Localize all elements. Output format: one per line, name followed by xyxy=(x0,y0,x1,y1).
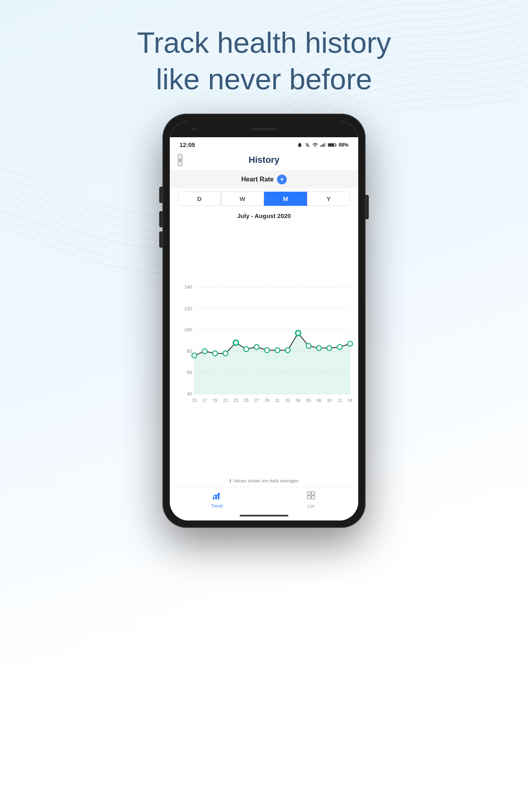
svg-text:14: 14 xyxy=(348,398,353,403)
data-point-7 xyxy=(264,348,269,352)
data-point-3 xyxy=(223,351,228,356)
hero-title: Track health history like never before xyxy=(0,24,528,97)
signal-icon xyxy=(320,142,326,148)
page-title: History xyxy=(249,155,279,165)
nav-list[interactable]: List xyxy=(264,490,358,508)
chart-area: 140 120 100 80 60 40 15 17 19 21 23 25 xyxy=(174,221,354,476)
data-point-14 xyxy=(337,345,342,350)
svg-text:40: 40 xyxy=(187,391,192,396)
data-point-13 xyxy=(327,346,332,350)
data-point-12 xyxy=(316,346,321,350)
home-bar xyxy=(240,515,288,516)
battery-percent: 88% xyxy=(339,142,348,148)
phone-screen: 12:05 xyxy=(170,121,358,520)
svg-marker-53 xyxy=(194,333,350,394)
svg-rect-2 xyxy=(321,145,322,147)
info-icon: ℹ xyxy=(229,478,232,484)
svg-rect-60 xyxy=(312,496,315,499)
data-point-15 xyxy=(348,341,353,346)
svg-rect-57 xyxy=(307,492,311,495)
app-header: ‹ History xyxy=(170,150,358,171)
svg-text:04: 04 xyxy=(296,398,301,403)
svg-text:10: 10 xyxy=(327,398,332,403)
status-time: 12:05 xyxy=(180,141,195,148)
svg-rect-7 xyxy=(335,144,336,145)
phone-body: 12:05 xyxy=(162,114,366,528)
hero-section: Track health history like never before xyxy=(0,24,528,97)
bottom-nav: Trend List xyxy=(170,487,358,512)
camera xyxy=(192,127,196,131)
svg-rect-56 xyxy=(218,493,219,499)
svg-text:21: 21 xyxy=(223,398,228,403)
svg-text:17: 17 xyxy=(202,398,207,403)
speaker xyxy=(252,128,276,130)
svg-text:25: 25 xyxy=(244,398,249,403)
svg-text:08: 08 xyxy=(317,398,322,403)
list-grid-icon xyxy=(306,490,316,500)
list-label: List xyxy=(307,503,314,508)
chart-note: ℹ Values shown are daily averages xyxy=(174,476,354,487)
alarm-icon xyxy=(297,142,303,148)
data-point-11 xyxy=(306,343,311,348)
svg-rect-59 xyxy=(307,496,311,499)
mute-icon xyxy=(305,142,310,148)
svg-rect-8 xyxy=(328,144,334,146)
dropdown-icon: ▾ xyxy=(277,175,287,184)
svg-rect-1 xyxy=(320,145,321,147)
data-point-4-inner xyxy=(234,341,238,345)
tab-year[interactable]: Y xyxy=(307,192,350,206)
svg-text:27: 27 xyxy=(254,398,259,403)
svg-text:02: 02 xyxy=(286,398,290,403)
svg-text:19: 19 xyxy=(213,398,218,403)
svg-rect-54 xyxy=(213,497,214,499)
trend-label: Trend xyxy=(211,503,223,508)
status-bar: 12:05 xyxy=(170,137,358,150)
svg-text:80: 80 xyxy=(187,349,192,354)
svg-text:60: 60 xyxy=(187,370,192,375)
data-point-9 xyxy=(285,348,290,352)
metric-button[interactable]: Heart Rate ▾ xyxy=(241,175,287,184)
svg-rect-3 xyxy=(322,144,323,147)
trend-icon xyxy=(212,490,222,503)
svg-rect-4 xyxy=(324,143,325,147)
tab-day[interactable]: D xyxy=(178,192,221,206)
tab-month[interactable]: M xyxy=(264,192,307,206)
metric-selector[interactable]: Heart Rate ▾ xyxy=(170,171,358,188)
metric-label: Heart Rate xyxy=(241,176,274,183)
svg-text:12: 12 xyxy=(338,398,342,403)
svg-text:31: 31 xyxy=(275,398,280,403)
svg-rect-58 xyxy=(312,492,315,495)
data-point-5 xyxy=(244,347,249,352)
chart-container: July - August 2020 xyxy=(170,209,358,487)
heart-rate-chart: 140 120 100 80 60 40 15 17 19 21 23 25 xyxy=(174,221,354,476)
svg-text:06: 06 xyxy=(306,398,311,403)
svg-rect-5 xyxy=(325,143,326,147)
battery-icon xyxy=(328,142,337,148)
trend-chart-icon xyxy=(212,490,222,500)
svg-text:29: 29 xyxy=(265,398,270,403)
data-point-8 xyxy=(275,348,280,352)
data-point-2 xyxy=(213,351,218,356)
wifi-icon xyxy=(312,142,318,148)
svg-text:23: 23 xyxy=(234,398,238,403)
chart-title: July - August 2020 xyxy=(174,209,354,221)
data-point-1 xyxy=(202,349,207,354)
home-indicator xyxy=(170,512,358,520)
svg-text:100: 100 xyxy=(184,327,192,332)
period-tabs: D W M Y xyxy=(170,188,358,209)
svg-text:140: 140 xyxy=(184,285,192,289)
tab-week[interactable]: W xyxy=(221,192,264,206)
phone-mockup: 12:05 xyxy=(162,114,366,528)
svg-text:120: 120 xyxy=(184,306,192,311)
data-point-6 xyxy=(254,345,259,350)
status-icons: 88% xyxy=(297,142,348,148)
back-button[interactable]: ‹ xyxy=(178,154,182,166)
data-point-10-inner xyxy=(296,331,300,335)
nav-trend[interactable]: Trend xyxy=(170,490,264,508)
svg-text:15: 15 xyxy=(192,398,197,403)
data-point-0 xyxy=(192,353,197,358)
list-icon xyxy=(306,490,316,503)
